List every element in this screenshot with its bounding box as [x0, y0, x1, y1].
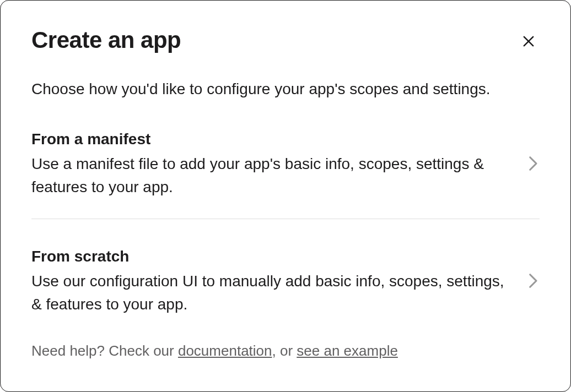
- chevron-right-icon: [527, 155, 540, 174]
- help-text: Need help? Check our documentation, or s…: [31, 342, 540, 360]
- create-app-modal: Create an app Choose how you'd like to c…: [0, 0, 571, 392]
- modal-header: Create an app: [31, 27, 540, 54]
- option-description: Use a manifest file to add your app's ba…: [31, 153, 505, 199]
- see-example-link[interactable]: see an example: [297, 342, 398, 359]
- help-prefix: Need help? Check our: [31, 342, 178, 359]
- option-title: From a manifest: [31, 130, 505, 148]
- close-icon: [521, 34, 536, 51]
- option-divider: [31, 219, 540, 219]
- modal-title: Create an app: [31, 27, 181, 53]
- help-middle: , or: [272, 342, 297, 359]
- documentation-link[interactable]: documentation: [178, 342, 272, 359]
- option-content: From a manifest Use a manifest file to a…: [31, 130, 527, 199]
- option-from-scratch[interactable]: From scratch Use our configuration UI to…: [31, 248, 540, 316]
- option-description: Use our configuration UI to manually add…: [31, 270, 505, 316]
- option-from-manifest[interactable]: From a manifest Use a manifest file to a…: [31, 130, 540, 199]
- option-content: From scratch Use our configuration UI to…: [31, 248, 527, 316]
- chevron-right-icon: [527, 273, 540, 291]
- option-title: From scratch: [31, 248, 505, 265]
- modal-subtitle: Choose how you'd like to configure your …: [31, 78, 540, 100]
- close-button[interactable]: [518, 30, 540, 54]
